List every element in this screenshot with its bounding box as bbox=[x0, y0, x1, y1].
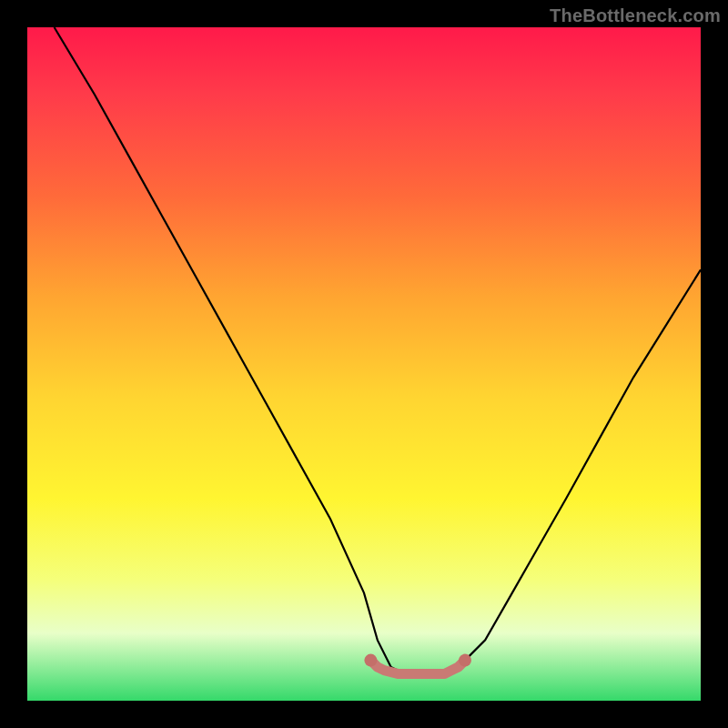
plot-area bbox=[27, 27, 701, 701]
marker-layer bbox=[364, 654, 471, 674]
marker-endpoint bbox=[459, 654, 471, 667]
watermark-text: TheBottleneck.com bbox=[550, 5, 721, 26]
chart-container: TheBottleneck.com bbox=[0, 0, 728, 728]
bottleneck-curve bbox=[55, 27, 701, 673]
chart-svg bbox=[27, 27, 701, 701]
curve-layer bbox=[55, 27, 701, 673]
marker-endpoint bbox=[364, 654, 377, 667]
optimal-range-marker bbox=[370, 661, 465, 674]
